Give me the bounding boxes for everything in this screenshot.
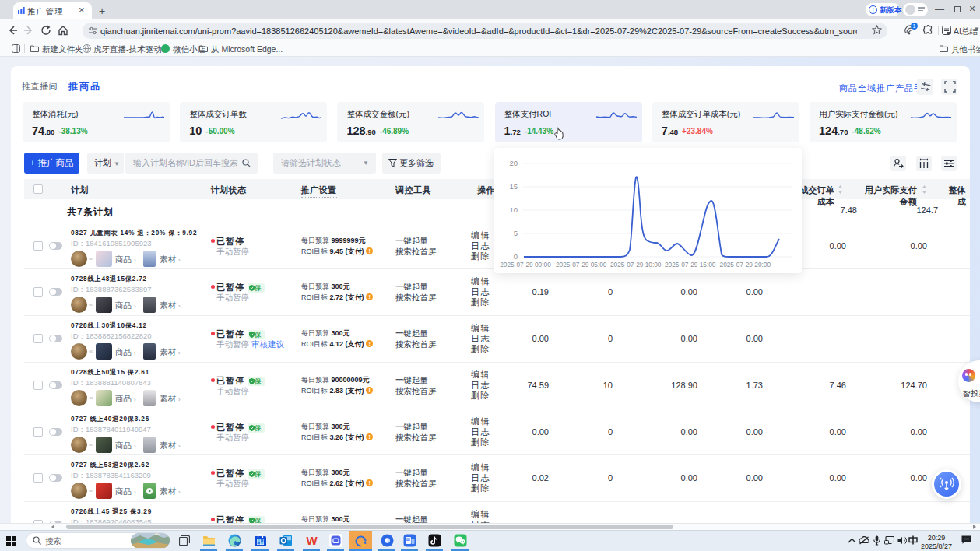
svg-text:2025-07-29 20:00: 2025-07-29 20:00 bbox=[720, 261, 771, 268]
svg-text:5: 5 bbox=[514, 229, 518, 237]
svg-text:20: 20 bbox=[509, 159, 518, 167]
svg-text:2025-07-29 05:00: 2025-07-29 05:00 bbox=[556, 261, 607, 268]
svg-text:10: 10 bbox=[509, 205, 518, 214]
svg-text:15: 15 bbox=[509, 182, 518, 191]
svg-text:2025-07-29 10:00: 2025-07-29 10:00 bbox=[610, 261, 662, 268]
svg-text:2025-07-29 15:00: 2025-07-29 15:00 bbox=[665, 261, 716, 268]
svg-text:0: 0 bbox=[514, 252, 518, 261]
svg-text:2025-07-29 00:00: 2025-07-29 00:00 bbox=[500, 261, 551, 268]
